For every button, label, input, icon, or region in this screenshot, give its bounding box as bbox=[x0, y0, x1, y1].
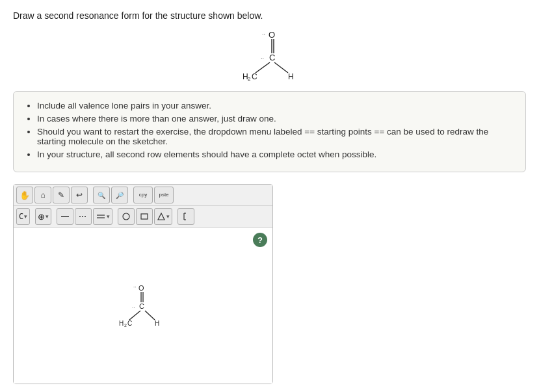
hand-tool-btn[interactable]: ✋ bbox=[16, 187, 33, 203]
charge-dropdown[interactable]: ⊕ ▾ bbox=[35, 208, 51, 225]
zoom-out-btn[interactable]: 🔎 bbox=[111, 187, 128, 203]
svg-line-33 bbox=[145, 311, 155, 320]
svg-text:2: 2 bbox=[124, 323, 127, 328]
rect-shape-btn[interactable] bbox=[136, 208, 153, 225]
svg-text:··: ·· bbox=[132, 304, 135, 310]
arrow-tool-btn[interactable]: ↩ bbox=[71, 187, 88, 203]
svg-text:··: ·· bbox=[133, 284, 136, 290]
svg-text:O: O bbox=[138, 284, 144, 292]
single-bond-btn[interactable] bbox=[57, 208, 73, 225]
svg-line-10 bbox=[274, 62, 288, 73]
instruction-item: In cases where there is more than one an… bbox=[37, 114, 514, 124]
instruction-item: In your structure, all second row elemen… bbox=[37, 150, 514, 159]
svg-line-28 bbox=[129, 311, 140, 320]
svg-point-16 bbox=[123, 213, 129, 220]
copy-btn[interactable]: cpy bbox=[133, 187, 153, 203]
eraser-tool-btn[interactable]: ✎ bbox=[53, 187, 70, 203]
lasso-tool-btn[interactable]: ⌂ bbox=[34, 187, 51, 203]
svg-text:··: ·· bbox=[262, 31, 265, 37]
svg-text:C: C bbox=[127, 320, 132, 327]
instructions-box: Include all valence lone pairs in your a… bbox=[13, 91, 526, 172]
molecule-svg: O ·· C ·· H 2 C H bbox=[231, 29, 309, 81]
bracket-btn[interactable] bbox=[177, 208, 194, 225]
svg-text:··: ·· bbox=[261, 55, 264, 62]
sketcher-container: ✋ ⌂ ✎ ↩ 🔍 🔎 cpy pste C ▾ bbox=[13, 184, 273, 384]
svg-rect-17 bbox=[141, 214, 148, 219]
svg-text:H: H bbox=[288, 72, 294, 81]
instruction-item: Should you want to restart the exercise,… bbox=[37, 127, 514, 146]
molecule-display: O ·· C ·· H 2 C H bbox=[13, 29, 526, 81]
svg-line-6 bbox=[256, 62, 270, 73]
paste-btn[interactable]: pste bbox=[154, 187, 174, 203]
svg-text:··: ·· bbox=[120, 326, 122, 328]
element-dropdown[interactable]: C ▾ bbox=[16, 208, 30, 225]
canvas-molecule-svg: O ·· C ·· H 2 C ·· H bbox=[114, 283, 172, 328]
circle-shape-btn[interactable] bbox=[118, 208, 135, 225]
zoom-in-btn[interactable]: 🔍 bbox=[93, 187, 110, 203]
svg-text:H: H bbox=[155, 320, 159, 327]
sketcher-toolbar-bottom: C ▾ ⊕ ▾ ▾ ▾ bbox=[14, 206, 272, 228]
svg-text:C: C bbox=[139, 302, 144, 310]
svg-text:2: 2 bbox=[248, 76, 251, 81]
svg-text:O: O bbox=[269, 30, 275, 40]
svg-marker-18 bbox=[158, 213, 164, 220]
sketcher-canvas[interactable]: ? O ·· C ·· H 2 C ·· H bbox=[14, 228, 272, 384]
bond-dropdown[interactable]: ▾ bbox=[93, 208, 112, 225]
help-btn[interactable]: ? bbox=[253, 233, 267, 247]
sketcher-toolbar-top: ✋ ⌂ ✎ ↩ 🔍 🔎 cpy pste bbox=[14, 185, 272, 206]
instruction-item: Include all valence lone pairs in your a… bbox=[37, 101, 514, 111]
svg-text:C: C bbox=[269, 53, 275, 62]
question-text: Draw a second resonance form for the str… bbox=[13, 10, 526, 21]
instructions-list: Include all valence lone pairs in your a… bbox=[25, 101, 514, 159]
svg-text:C: C bbox=[252, 72, 257, 81]
shape-dropdown[interactable]: ▾ bbox=[154, 208, 172, 225]
dashed-bond-btn[interactable] bbox=[75, 208, 92, 225]
